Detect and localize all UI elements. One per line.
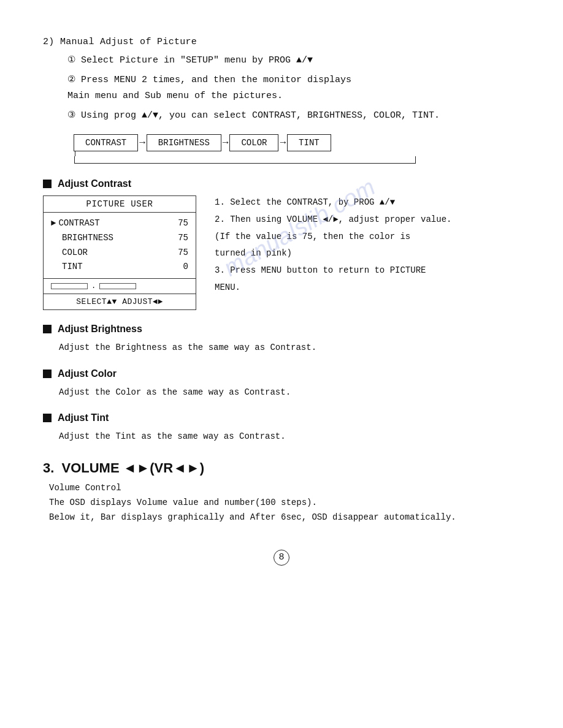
menu-box-contrast: CONTRAST (74, 134, 138, 151)
osd-tint-label: TINT (62, 260, 83, 275)
step1: ① Select Picture in "SETUP" menu by PROG… (61, 53, 520, 68)
arrow-color-tint: → (280, 137, 286, 148)
adjust-contrast-title: Adjust Contrast (58, 178, 131, 189)
arrow-brightness-color: → (223, 137, 229, 148)
contrast-step-3b: MENU. (215, 281, 451, 295)
osd-row-contrast-left: ► CONTRAST (51, 216, 100, 231)
adjust-color-section: Adjust Color Adjust the Color as the sam… (43, 368, 520, 399)
black-square-tint-icon (43, 414, 52, 422)
osd-bar-right (99, 283, 136, 289)
section-title: 2) Manual Adjust of Picture (43, 37, 520, 47)
osd-bar-left (51, 283, 88, 289)
osd-box: PICTURE USER ► CONTRAST 75 BRIGHTNESS 75 (43, 195, 196, 310)
contrast-step-2c: turned in pink) (215, 246, 451, 261)
return-arrow (74, 151, 416, 164)
osd-footer: SELECT▲▼ ADJUST◄► (44, 294, 196, 309)
osd-row-color: COLOR 75 (51, 246, 188, 260)
osd-brightness-label: BRIGHTNESS (62, 231, 113, 246)
osd-tint-value: 0 (183, 260, 188, 275)
page-number: 8 (274, 550, 289, 566)
steps-list: 1. Select the CONTRAST, by PROG ▲/▼ 2. T… (215, 195, 451, 298)
osd-brightness-value: 75 (178, 231, 188, 246)
menu-flow-wrapper: CONTRAST → BRIGHTNESS → COLOR → TINT (74, 134, 520, 164)
adjust-brightness-desc: Adjust the Brightness as the same way as… (59, 341, 520, 354)
osd-bar-row: . (44, 278, 196, 294)
volume-heading: VOLUME ◄►(VR◄►) (61, 460, 204, 476)
adjust-tint-section: Adjust Tint Adjust the Tint as the same … (43, 412, 520, 443)
step2-line1: ② Press MENU 2 times, and then the monit… (61, 73, 520, 88)
arrow-contrast-brightness: → (139, 137, 145, 148)
black-square-brightness-icon (43, 325, 52, 333)
volume-line2: Below it, Bar displays graphically and A… (49, 510, 520, 525)
adjust-tint-header: Adjust Tint (43, 412, 520, 423)
volume-section: 3. VOLUME ◄►(VR◄►) Volume Control The OS… (43, 460, 520, 525)
adjust-color-title: Adjust Color (58, 368, 117, 379)
menu-box-color: COLOR (229, 134, 278, 151)
adjust-color-desc: Adjust the Color as the same way as Cont… (59, 385, 520, 399)
osd-body: ► CONTRAST 75 BRIGHTNESS 75 COLOR (44, 213, 196, 278)
osd-contrast-label: CONTRAST (58, 216, 99, 231)
contrast-step-1: 1. Select the CONTRAST, by PROG ▲/▼ (215, 195, 451, 210)
step3: ③ Using prog ▲/▼, you can select CONTRAS… (61, 108, 520, 123)
osd-row-tint-left: TINT (51, 260, 83, 275)
contrast-step-2b: (If the value is 75, then the color is (215, 230, 451, 245)
step2-line2: Main menu and Sub menu of the pictures. (61, 89, 520, 104)
adjust-brightness-section: Adjust Brightness Adjust the Brightness … (43, 324, 520, 354)
volume-subtitle: Volume Control The OSD displays Volume v… (49, 481, 520, 525)
adjust-brightness-title: Adjust Brightness (58, 324, 142, 335)
osd-color-label: COLOR (62, 246, 88, 260)
volume-line1: The OSD displays Volume value and number… (49, 496, 520, 510)
black-square-icon (43, 180, 52, 188)
contrast-step-3: 3. Press MENU button to return to PICTUR… (215, 264, 451, 278)
black-square-color-icon (43, 370, 52, 378)
adjust-color-header: Adjust Color (43, 368, 520, 379)
adjust-brightness-header: Adjust Brightness (43, 324, 520, 335)
contrast-step-2: 2. Then using VOLUME ◄/►, adjust proper … (215, 213, 451, 227)
osd-row-tint: TINT 0 (51, 260, 188, 275)
menu-box-tint: TINT (287, 134, 331, 151)
adjust-tint-title: Adjust Tint (58, 412, 109, 423)
page-number-container: 8 (43, 550, 520, 566)
volume-control-label: Volume Control (49, 481, 520, 496)
menu-box-brightness: BRIGHTNESS (147, 134, 221, 151)
osd-contrast-value: 75 (178, 216, 188, 231)
osd-row-brightness: BRIGHTNESS 75 (51, 231, 188, 246)
adjust-contrast-header: Adjust Contrast (43, 178, 520, 189)
adjust-contrast-section: Adjust Contrast PICTURE USER ► CONTRAST … (43, 178, 520, 310)
osd-bar-dot: . (91, 282, 96, 290)
osd-header: PICTURE USER (44, 196, 196, 213)
osd-row-color-left: COLOR (51, 246, 88, 260)
osd-color-value: 75 (178, 246, 188, 260)
volume-title: 3. VOLUME ◄►(VR◄►) (43, 460, 520, 476)
osd-selected-icon: ► (51, 216, 56, 231)
volume-number: 3. (43, 460, 54, 476)
menu-flow-top: CONTRAST → BRIGHTNESS → COLOR → TINT (74, 134, 331, 151)
adjust-tint-desc: Adjust the Tint as the same way as Contr… (59, 430, 520, 443)
adjust-contrast-content: PICTURE USER ► CONTRAST 75 BRIGHTNESS 75 (43, 195, 520, 310)
osd-row-brightness-left: BRIGHTNESS (51, 231, 113, 246)
osd-row-contrast: ► CONTRAST 75 (51, 216, 188, 231)
